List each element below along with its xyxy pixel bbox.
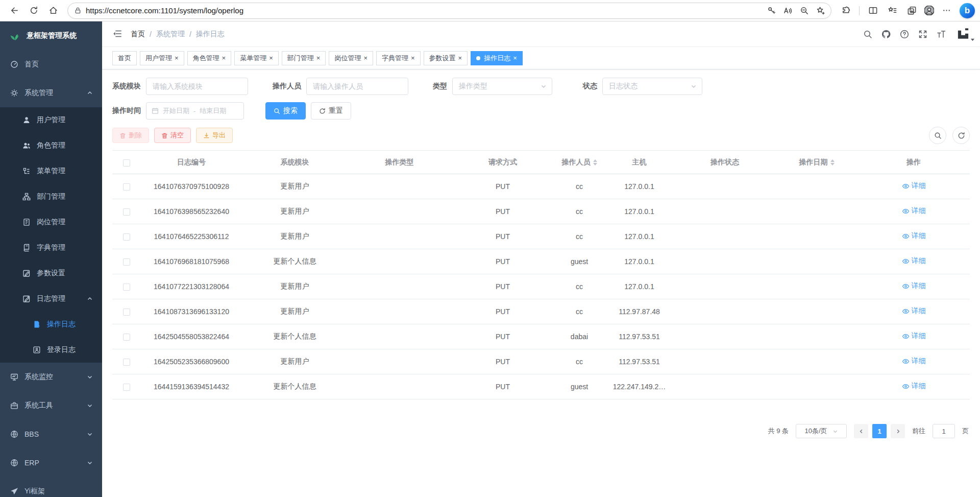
row-checkbox[interactable]: [123, 334, 130, 341]
fullscreen-button[interactable]: [918, 29, 928, 39]
export-button[interactable]: 导出: [196, 128, 233, 143]
tab-post-mgmt[interactable]: 岗位管理×: [329, 51, 373, 65]
sidebar-item-login-log[interactable]: 登录日志: [0, 337, 102, 363]
tab-operation-log[interactable]: 操作日志×: [471, 51, 523, 65]
profile-button[interactable]: [922, 4, 936, 18]
browser-back-button[interactable]: [5, 2, 23, 19]
row-checkbox[interactable]: [123, 283, 130, 291]
collections-button[interactable]: [902, 2, 921, 19]
sidebar-item-erp[interactable]: ERP: [0, 448, 102, 477]
col-operator[interactable]: 操作人员: [554, 151, 605, 174]
sort-icons[interactable]: [830, 159, 835, 165]
browser-home-button[interactable]: [44, 2, 62, 19]
tab-menu-mgmt[interactable]: 菜单管理×: [234, 51, 279, 65]
close-icon[interactable]: ×: [458, 55, 462, 61]
page-number-1[interactable]: 1: [872, 424, 887, 438]
row-checkbox[interactable]: [123, 233, 130, 241]
yi-logo[interactable]: [957, 28, 970, 41]
add-favorite-button[interactable]: [813, 4, 828, 18]
operator-input[interactable]: [306, 78, 408, 95]
sidebar-toggle-button[interactable]: [112, 29, 124, 40]
row-checkbox[interactable]: [123, 258, 130, 266]
detail-button[interactable]: 详细: [902, 181, 926, 191]
tab-role-mgmt[interactable]: 角色管理×: [187, 51, 232, 65]
read-aloud-button[interactable]: [780, 4, 795, 18]
sidebar-item-system-monitor[interactable]: 系统监控: [0, 363, 102, 391]
delete-button[interactable]: 删除: [112, 128, 149, 143]
sidebar-item-dictionary[interactable]: 字典管理: [0, 235, 102, 261]
github-button[interactable]: [881, 29, 891, 39]
row-checkbox[interactable]: [123, 384, 130, 391]
tab-dict-mgmt[interactable]: 字典管理×: [376, 51, 421, 65]
breadcrumb-home[interactable]: 首页: [131, 30, 145, 39]
close-icon[interactable]: ×: [316, 55, 321, 61]
sidebar-item-bbs[interactable]: BBS: [0, 420, 102, 448]
trash-icon: [161, 132, 168, 139]
browser-menu-button[interactable]: [937, 2, 955, 19]
bing-discover-button[interactable]: b: [960, 3, 975, 18]
close-icon[interactable]: ×: [222, 55, 226, 61]
sidebar-item-system-tools[interactable]: 系统工具: [0, 391, 102, 420]
detail-button[interactable]: 详细: [902, 281, 926, 291]
type-select[interactable]: 操作类型: [452, 78, 552, 95]
sidebar-item-log-mgmt[interactable]: 日志管理: [0, 286, 102, 312]
row-checkbox[interactable]: [123, 359, 130, 366]
goto-page-input[interactable]: [933, 424, 955, 438]
close-icon[interactable]: ×: [513, 55, 517, 61]
refresh-table-button[interactable]: [952, 127, 970, 144]
extensions-button[interactable]: [837, 2, 855, 19]
favorites-bar-button[interactable]: [883, 2, 901, 19]
detail-button[interactable]: 详细: [902, 357, 926, 366]
sort-icons[interactable]: [593, 159, 597, 165]
date-range-picker[interactable]: 开始日期 - 结束日期: [146, 102, 244, 120]
detail-button[interactable]: 详细: [902, 306, 926, 316]
clear-button[interactable]: 清空: [154, 128, 191, 143]
sidebar-item-posts[interactable]: 岗位管理: [0, 209, 102, 235]
help-button[interactable]: [899, 29, 910, 39]
tab-user-mgmt[interactable]: 用户管理×: [140, 51, 184, 65]
browser-refresh-button[interactable]: [24, 2, 43, 19]
sidebar-item-users[interactable]: 用户管理: [0, 107, 102, 133]
sidebar-item-roles[interactable]: 角色管理: [0, 133, 102, 158]
detail-button[interactable]: 详细: [902, 206, 926, 216]
date-separator: -: [193, 107, 195, 115]
sidebar-item-menus[interactable]: 菜单管理: [0, 158, 102, 184]
font-size-button[interactable]: [936, 29, 946, 39]
next-page-button[interactable]: [891, 424, 905, 438]
detail-button[interactable]: 详细: [902, 256, 926, 266]
select-all-checkbox[interactable]: [123, 159, 130, 167]
sidebar-item-home[interactable]: 首页: [0, 50, 102, 79]
close-icon[interactable]: ×: [363, 55, 368, 61]
prev-page-button[interactable]: [854, 424, 868, 438]
sidebar-item-departments[interactable]: 部门管理: [0, 184, 102, 209]
close-icon[interactable]: ×: [411, 55, 415, 61]
module-input[interactable]: [146, 78, 248, 95]
split-screen-button[interactable]: [864, 2, 882, 19]
zoom-out-button[interactable]: [796, 4, 812, 18]
show-search-button[interactable]: [929, 127, 946, 144]
close-icon[interactable]: ×: [175, 55, 179, 61]
close-icon[interactable]: ×: [269, 55, 273, 61]
sidebar-item-operation-log[interactable]: 操作日志: [0, 312, 102, 337]
reset-button[interactable]: 重置: [311, 102, 351, 120]
password-key-button[interactable]: [764, 4, 779, 18]
address-bar[interactable]: https://ccnetcore.com:1101/system/log/op…: [67, 3, 831, 19]
sidebar-item-yi-framework[interactable]: Yi框架: [0, 477, 102, 497]
detail-button[interactable]: 详细: [902, 231, 926, 241]
tab-home[interactable]: 首页: [112, 51, 137, 65]
detail-button[interactable]: 详细: [902, 382, 926, 391]
tab-dept-mgmt[interactable]: 部门管理×: [282, 51, 326, 65]
chevron-down-icon: [87, 431, 93, 437]
page-size-select[interactable]: 10条/页: [796, 424, 847, 438]
status-select[interactable]: 日志状态: [602, 78, 702, 95]
sidebar-item-system-mgmt[interactable]: 系统管理: [0, 79, 102, 107]
row-checkbox[interactable]: [123, 208, 130, 216]
sidebar-item-parameters[interactable]: 参数设置: [0, 261, 102, 286]
col-date[interactable]: 操作日期: [776, 151, 857, 174]
detail-button[interactable]: 详细: [902, 332, 926, 341]
row-checkbox[interactable]: [123, 183, 130, 191]
tab-param-settings[interactable]: 参数设置×: [424, 51, 468, 65]
header-search-button[interactable]: [863, 29, 873, 39]
search-button[interactable]: 搜索: [265, 102, 306, 120]
row-checkbox[interactable]: [123, 309, 130, 316]
